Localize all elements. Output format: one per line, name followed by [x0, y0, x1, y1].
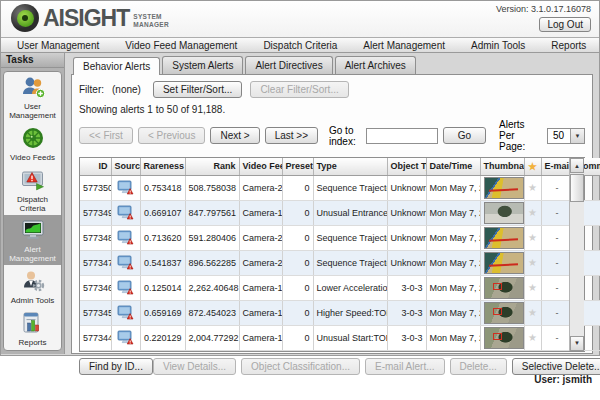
cell-preset-id: 0 [282, 175, 313, 200]
goto-index-input[interactable] [366, 128, 438, 144]
col-preset-id[interactable]: Preset ID [282, 158, 313, 175]
email-alert-button: E-mail Alert... [365, 358, 444, 375]
scrollbar-thumb[interactable] [570, 174, 584, 202]
col-object-type[interactable]: Object Type [387, 158, 426, 175]
star-icon[interactable]: ★ [528, 207, 537, 218]
table-row[interactable]: 577349 0.669107 847.797561 Camera-1 0 Un… [80, 200, 600, 225]
cell-video-feed: Camera-2 [239, 225, 282, 250]
col-type[interactable]: Type [313, 158, 387, 175]
thumbnail-image[interactable] [484, 227, 524, 249]
thumbnail-image[interactable] [484, 277, 524, 299]
col-rank[interactable]: Rank [185, 158, 239, 175]
go-button[interactable]: Go [443, 127, 486, 144]
col-source[interactable]: Source [111, 158, 140, 175]
source-alert-icon [117, 205, 134, 220]
alerts-per-page-label: Alerts Per Page: [499, 119, 542, 152]
star-icon[interactable]: ★ [528, 161, 537, 172]
find-by-id-button[interactable]: Find by ID... [79, 358, 153, 375]
menu-dispatch-criteria[interactable]: Dispatch Criteria [263, 40, 337, 51]
menu-bar: User Management Video Feed Management Di… [1, 37, 599, 53]
tab-alert-directives[interactable]: Alert Directives [245, 56, 332, 74]
col-video-feed[interactable]: Video Feed [239, 158, 282, 175]
star-icon[interactable]: ★ [528, 232, 537, 243]
source-alert-icon [117, 230, 134, 245]
menu-video-feed-management[interactable]: Video Feed Management [125, 40, 237, 51]
star-icon[interactable]: ★ [528, 307, 537, 318]
menu-user-management[interactable]: User Management [17, 40, 99, 51]
cell-datetime: Mon May 7, 2012 [426, 225, 480, 250]
cell-id: 577349 [80, 200, 111, 225]
star-icon[interactable]: ★ [528, 332, 537, 343]
set-filter-sort-button[interactable]: Set Filter/Sort... [153, 81, 242, 98]
sidebar-item-user-management[interactable]: User Management [4, 72, 61, 122]
cell-type: Sequence Trajectory [313, 225, 387, 250]
cell-star: ★ [524, 175, 541, 200]
tasks-header: Tasks [1, 53, 64, 68]
title-bar: AISIGHT SYSTEM MANAGER Version: 3.1.0.17… [1, 1, 599, 37]
tab-behavior-alerts[interactable]: Behavior Alerts [73, 57, 160, 75]
sidebar-item-alert-management[interactable]: Alert Management [4, 215, 61, 265]
cell-preset-id: 0 [282, 225, 313, 250]
alerts-per-page-select[interactable]: 50 ▼ [547, 128, 585, 144]
col-thumbnail[interactable]: Thumbnail [480, 158, 524, 175]
sidebar-item-dispatch-criteria[interactable]: Dispatch Criteria [4, 165, 61, 215]
app-window: AISIGHT SYSTEM MANAGER Version: 3.1.0.17… [0, 0, 600, 356]
task-list: User Management Video Feeds [3, 71, 62, 351]
table-row[interactable]: 577348 0.713620 591.280406 Camera-2 0 Se… [80, 225, 600, 250]
brand-name: AISIGHT [43, 7, 129, 30]
table-row[interactable]: 577346 0.125014 2,262.40648 Camera-1 0 L… [80, 275, 600, 300]
table-row[interactable]: 577345 0.659169 872.454023 Camera-1 0 Hi… [80, 300, 600, 325]
last-page-button[interactable]: Last >> [265, 127, 318, 144]
cell-datetime: Mon May 7, 2012 [426, 250, 480, 275]
star-icon[interactable]: ★ [528, 282, 537, 293]
menu-alert-management[interactable]: Alert Management [363, 40, 445, 51]
thumbnail-image[interactable] [484, 302, 524, 324]
logout-button[interactable]: Log Out [539, 17, 591, 32]
cell-star: ★ [524, 300, 541, 325]
cell-source [111, 175, 140, 200]
tab-alert-archives[interactable]: Alert Archives [335, 56, 416, 74]
table-row[interactable]: 577350 0.753418 508.758038 Camera-2 0 Se… [80, 175, 600, 200]
sidebar-item-admin-tools[interactable]: Admin Tools [4, 265, 61, 307]
selective-delete-button[interactable]: Selective Delete... [512, 358, 600, 375]
menu-reports[interactable]: Reports [551, 40, 586, 51]
sidebar-item-video-feeds[interactable]: Video Feeds [4, 122, 61, 164]
col-id[interactable]: ID [80, 158, 111, 175]
cell-source [111, 225, 140, 250]
cell-preset-id: 0 [282, 300, 313, 325]
cell-thumbnail [480, 300, 524, 325]
table-row[interactable]: 577347 0.541837 896.562285 Camera-2 0 Se… [80, 250, 600, 275]
cell-source [111, 300, 140, 325]
next-page-button[interactable]: Next > [210, 127, 259, 144]
cell-thumbnail [480, 225, 524, 250]
cell-object-type: Unknown [387, 250, 426, 275]
thumbnail-image[interactable] [484, 252, 524, 274]
scrollbar-track[interactable] [570, 173, 584, 336]
cell-object-type: 3-0-3 [387, 300, 426, 325]
scroll-down-icon[interactable]: ▼ [570, 336, 584, 351]
star-icon[interactable]: ★ [528, 257, 537, 268]
thumbnail-image[interactable] [484, 327, 524, 349]
col-rareness[interactable]: Rareness [140, 158, 185, 175]
menu-admin-tools[interactable]: Admin Tools [471, 40, 525, 51]
col-datetime[interactable]: Date/Time [426, 158, 480, 175]
thumbnail-image[interactable] [484, 202, 524, 224]
cell-rank: 847.797561 [185, 200, 239, 225]
scroll-up-icon[interactable]: ▲ [570, 158, 584, 173]
star-icon[interactable]: ★ [528, 182, 537, 193]
cell-video-feed: Camera-2 [239, 250, 282, 275]
table-row[interactable]: 577344 0.220129 2,004.77292 Camera-1 0 U… [80, 325, 600, 350]
cell-rareness: 0.125014 [140, 275, 185, 300]
cell-rank: 508.758038 [185, 175, 239, 200]
cell-datetime: Mon May 7, 2012 [426, 175, 480, 200]
tab-system-alerts[interactable]: System Alerts [162, 56, 243, 74]
sidebar-item-reports[interactable]: Reports [4, 308, 61, 350]
chevron-down-icon[interactable]: ▼ [570, 129, 584, 143]
cell-id: 577350 [80, 175, 111, 200]
thumbnail-image[interactable] [484, 177, 524, 199]
vertical-scrollbar[interactable]: ▲ ▼ [569, 158, 584, 351]
cell-thumbnail [480, 250, 524, 275]
cell-datetime: Mon May 7, 2012 [426, 325, 480, 350]
monitor-icon [20, 217, 46, 243]
cell-id: 577347 [80, 250, 111, 275]
